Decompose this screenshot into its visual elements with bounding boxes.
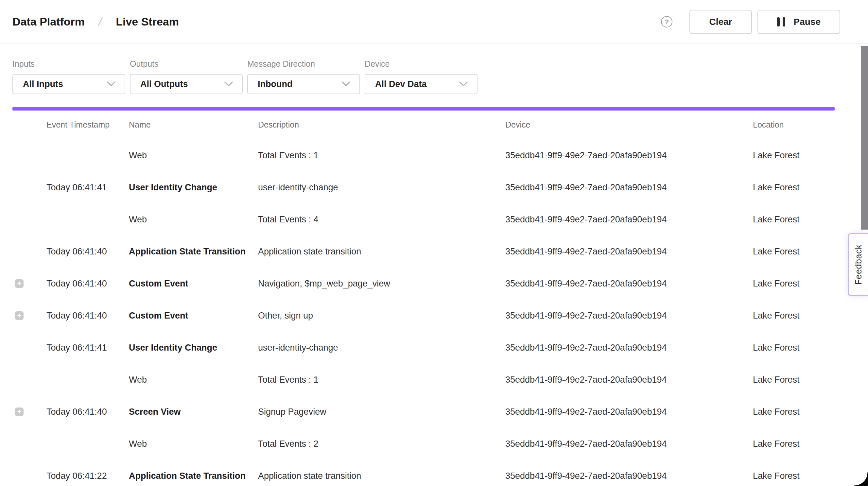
breadcrumb: Data Platform / Live Stream (12, 14, 179, 29)
event-device-cell: 35eddb41-9ff9-49e2-7aed-20afa90eb194 (505, 247, 753, 257)
event-description-cell: Application state transition (258, 471, 505, 481)
breadcrumb-page: Live Stream (116, 16, 179, 28)
event-description-cell: Total Events : 1 (258, 375, 505, 385)
table-row[interactable]: Web Total Events : 4 35eddb41-9ff9-49e2-… (0, 204, 868, 236)
event-location-cell: Lake Forest (753, 407, 868, 417)
chevron-down-icon (459, 82, 468, 87)
event-location-cell: Lake Forest (753, 182, 868, 193)
clear-button[interactable]: Clear (689, 10, 751, 34)
table-row[interactable]: Web Total Events : 1 35eddb41-9ff9-49e2-… (0, 139, 868, 171)
filter-label: Outputs (130, 59, 243, 69)
event-name-cell: Application State Transition (129, 247, 258, 257)
filter-selected-value: All Outputs (140, 79, 188, 89)
table-row[interactable]: Today 06:41:40 Application State Transit… (0, 236, 868, 268)
breadcrumb-separator-icon: / (97, 14, 104, 29)
chevron-down-icon (107, 82, 116, 87)
event-timestamp-cell: Today 06:41:40 (46, 407, 129, 417)
filter-label: Device (365, 59, 477, 69)
event-timestamp-cell: Today 06:41:40 (46, 247, 129, 257)
event-name-cell: User Identity Change (129, 343, 258, 353)
event-name-cell: Web (129, 150, 258, 160)
filter-label: Message Direction (247, 59, 360, 69)
chevron-down-icon (224, 82, 233, 87)
window-corner (854, 472, 868, 486)
filter-label: Inputs (12, 59, 125, 69)
table-row[interactable]: + Today 06:41:40 Custom Event Navigation… (0, 268, 868, 300)
filter-select[interactable]: All Dev Data (365, 74, 477, 94)
help-icon[interactable]: ? (661, 16, 673, 28)
filter-select[interactable]: All Outputs (130, 74, 243, 94)
event-device-cell: 35eddb41-9ff9-49e2-7aed-20afa90eb194 (505, 150, 753, 160)
event-name-cell: Web (129, 439, 258, 449)
table-row[interactable]: Web Total Events : 2 35eddb41-9ff9-49e2-… (0, 428, 868, 460)
filter-device: Device All Dev Data (365, 59, 477, 94)
event-location-cell: Lake Forest (753, 375, 868, 385)
filter-select[interactable]: Inbound (247, 74, 360, 94)
table-row[interactable]: Web Total Events : 1 35eddb41-9ff9-49e2-… (0, 364, 868, 396)
event-location-cell: Lake Forest (753, 471, 868, 481)
page-header: Data Platform / Live Stream ? Clear Paus… (0, 0, 868, 44)
feedback-tab[interactable]: Feedback (848, 233, 868, 296)
chevron-down-icon (342, 82, 350, 87)
event-device-cell: 35eddb41-9ff9-49e2-7aed-20afa90eb194 (505, 439, 753, 449)
event-device-cell: 35eddb41-9ff9-49e2-7aed-20afa90eb194 (505, 407, 753, 417)
event-timestamp-cell: Today 06:41:40 (46, 279, 129, 289)
pause-button[interactable]: Pause (757, 10, 840, 34)
table-row[interactable]: Today 06:41:41 User Identity Change user… (0, 332, 868, 364)
event-name-cell: Custom Event (129, 311, 258, 321)
event-name-cell: Application State Transition (129, 471, 258, 481)
event-location-cell: Lake Forest (753, 150, 868, 160)
table-row[interactable]: Today 06:41:22 Application State Transit… (0, 460, 868, 486)
table-row[interactable]: Today 06:41:41 User Identity Change user… (0, 171, 868, 204)
table-body: Web Total Events : 1 35eddb41-9ff9-49e2-… (0, 139, 868, 486)
filter-bar: Inputs All Inputs Outputs All Outputs Me… (0, 44, 868, 107)
column-header-description: Description (258, 120, 505, 129)
event-timestamp-cell: Today 06:41:41 (46, 343, 129, 353)
event-description-cell: user-identity-change (258, 343, 505, 353)
table-row[interactable]: + Today 06:41:40 Custom Event Other, sig… (0, 300, 868, 332)
pause-button-label: Pause (794, 17, 821, 27)
event-location-cell: Lake Forest (753, 439, 868, 449)
scrollbar-thumb[interactable] (861, 46, 868, 230)
column-header-location: Location (753, 120, 868, 129)
expand-row-button[interactable]: + (15, 311, 24, 320)
event-location-cell: Lake Forest (753, 215, 868, 225)
event-device-cell: 35eddb41-9ff9-49e2-7aed-20afa90eb194 (505, 311, 753, 321)
column-header-event-timestamp: Event Timestamp (46, 120, 129, 129)
event-name-cell: User Identity Change (129, 182, 258, 193)
event-description-cell: Navigation, $mp_web_page_view (258, 279, 505, 289)
pause-icon (777, 17, 785, 27)
events-table: Event Timestamp Name Description Device … (0, 111, 868, 486)
column-header-name: Name (129, 120, 258, 129)
filter-selected-value: All Dev Data (375, 79, 427, 89)
filter-message-direction: Message Direction Inbound (247, 59, 360, 94)
filter-selected-value: All Inputs (23, 79, 63, 89)
event-name-cell: Web (129, 215, 258, 225)
event-device-cell: 35eddb41-9ff9-49e2-7aed-20afa90eb194 (505, 375, 753, 385)
expand-row-button[interactable]: + (15, 407, 24, 416)
event-location-cell: Lake Forest (753, 311, 868, 321)
breadcrumb-section[interactable]: Data Platform (12, 16, 85, 28)
event-description-cell: Total Events : 2 (258, 439, 505, 449)
event-name-cell: Custom Event (129, 279, 258, 289)
event-description-cell: Other, sign up (258, 311, 505, 321)
table-row[interactable]: + Today 06:41:40 Screen View Signup Page… (0, 396, 868, 428)
header-actions: ? Clear Pause (661, 10, 840, 34)
event-device-cell: 35eddb41-9ff9-49e2-7aed-20afa90eb194 (505, 279, 753, 289)
event-description-cell: user-identity-change (258, 182, 505, 193)
live-stream-progress-bar (12, 107, 835, 111)
event-description-cell: Total Events : 4 (258, 215, 505, 225)
event-description-cell: Total Events : 1 (258, 150, 505, 160)
live-stream-page: Data Platform / Live Stream ? Clear Paus… (0, 0, 868, 486)
filter-select[interactable]: All Inputs (12, 74, 125, 94)
event-name-cell: Web (129, 375, 258, 385)
clear-button-label: Clear (709, 17, 732, 27)
filter-outputs: Outputs All Outputs (130, 59, 243, 94)
feedback-tab-label: Feedback (854, 245, 864, 285)
event-name-cell: Screen View (129, 407, 258, 417)
filter-selected-value: Inbound (258, 79, 292, 89)
event-device-cell: 35eddb41-9ff9-49e2-7aed-20afa90eb194 (505, 343, 753, 353)
table-header-row: Event Timestamp Name Description Device … (0, 111, 868, 139)
column-header-device: Device (505, 120, 753, 129)
expand-row-button[interactable]: + (15, 279, 24, 288)
